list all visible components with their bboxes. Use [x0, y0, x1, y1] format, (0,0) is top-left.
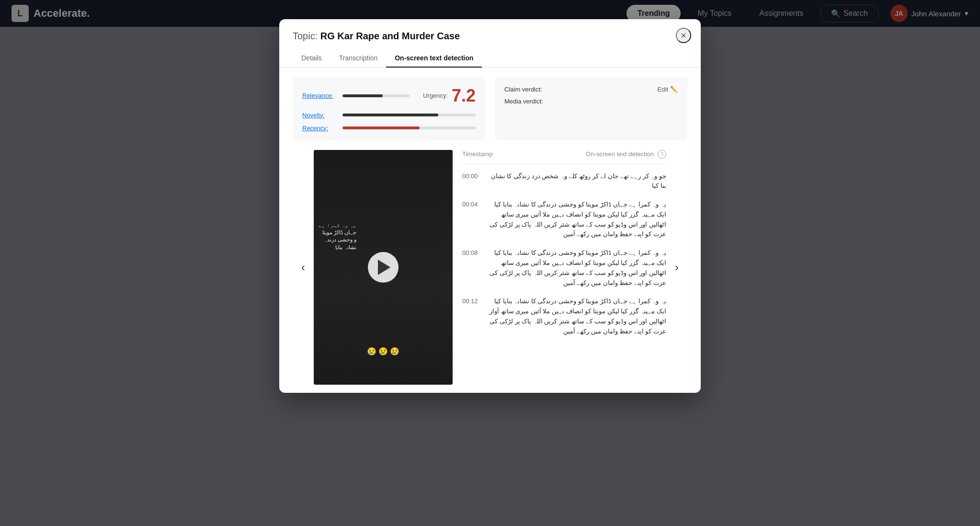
modal-header: Topic: RG Kar Rape and Murder Case ×	[279, 19, 701, 49]
topic-prefix: Topic:	[293, 31, 318, 41]
recency-row: Recency:	[302, 125, 476, 132]
novelty-bar-fill	[342, 114, 438, 116]
transcript-row: 00:12 یہ وہ کمرا ہے جہاں ڈاکڑ مویتا کو و…	[462, 297, 666, 336]
detection-col-header: On-screen text detection	[586, 150, 654, 158]
next-arrow-button[interactable]: ›	[666, 150, 687, 385]
chevron-left-icon: ‹	[301, 261, 305, 274]
timestamp-col-header: Timestamp	[462, 150, 493, 158]
video-player[interactable]: یہ وہ کمرا ہے جہاں ڈاکڑ مویتا و وحشی درن…	[314, 150, 453, 385]
edit-button[interactable]: Edit ✏️	[658, 86, 678, 93]
transcript-row: 00:00 جو وہ کر رہے تھے جان لے کر روٹھ کل…	[462, 172, 666, 192]
chevron-right-icon: ›	[675, 261, 679, 274]
transcript-text-0: جو وہ کر رہے تھے جان لے کر روٹھ کلے وہ ش…	[489, 172, 666, 192]
relevance-label[interactable]: Relevance:	[302, 92, 337, 99]
pencil-icon: ✏️	[670, 86, 678, 93]
claim-verdict-label: Claim verdict:	[504, 86, 557, 93]
metrics-verdicts: Claim verdict: Edit ✏️ Media verdict:	[495, 77, 687, 140]
video-emoji-row: 😢 😢 😢	[314, 347, 453, 356]
tab-details[interactable]: Details	[293, 49, 330, 68]
relevance-bar-fill	[342, 94, 383, 97]
media-verdict-label: Media verdict:	[504, 98, 557, 105]
tab-on-screen-text[interactable]: On-screen text detection	[386, 49, 482, 68]
recency-label[interactable]: Recency:	[302, 125, 337, 132]
content-area: ‹ یہ وہ کمرا ہے جہاں ڈاکڑ مویتا و وحشی د…	[293, 150, 687, 385]
relevance-row: Relevance: Urgency: 7.2	[302, 86, 476, 106]
novelty-row: Novelty:	[302, 112, 476, 119]
play-icon	[378, 260, 390, 275]
help-icon[interactable]: ?	[658, 150, 666, 159]
prev-arrow-button[interactable]: ‹	[293, 150, 314, 385]
claim-verdict-row: Claim verdict: Edit ✏️	[504, 86, 678, 93]
video-inner: یہ وہ کمرا ہے جہاں ڈاکڑ مویتا و وحشی درن…	[314, 150, 453, 385]
timestamp-1: 00:04	[462, 200, 481, 240]
modal-body: Relevance: Urgency: 7.2 Novelty:	[279, 68, 701, 393]
modal-tabs: Details Transcription On-screen text det…	[279, 49, 701, 68]
recency-bar-bg	[342, 126, 476, 129]
topic-title: RG Kar Rape and Murder Case	[320, 31, 460, 41]
tab-transcription[interactable]: Transcription	[330, 49, 386, 68]
transcript-header: Timestamp On-screen text detection ?	[462, 150, 666, 164]
urgency-area: Urgency: 7.2	[423, 86, 476, 106]
topic-modal: Topic: RG Kar Rape and Murder Case × Det…	[279, 19, 701, 393]
transcript-area[interactable]: Timestamp On-screen text detection ? 00:…	[453, 150, 666, 385]
media-verdict-row: Media verdict:	[504, 98, 678, 105]
transcript-row: 00:08 یہ وہ کمرا ہے جہاں ڈاکڑ مویتا کو و…	[462, 248, 666, 288]
transcript-row: 00:04 یہ وہ کمرا ہے جہاں ڈاکڑ مویتا کو و…	[462, 200, 666, 240]
transcript-text-2: یہ وہ کمرا ہے جہاں ڈاکڑ مویتا کو وحشی در…	[489, 248, 666, 288]
modal-close-button[interactable]: ×	[676, 28, 691, 43]
metrics-section: Relevance: Urgency: 7.2 Novelty:	[293, 77, 687, 140]
video-overlay-text: یہ وہ کمرا ہے جہاں ڈاکڑ مویتا و وحشی درن…	[319, 222, 356, 252]
metrics-scores: Relevance: Urgency: 7.2 Novelty:	[293, 77, 485, 140]
novelty-bar-bg	[342, 114, 476, 116]
relevance-bar-bg	[342, 94, 410, 97]
urgency-label: Urgency:	[423, 92, 448, 99]
modal-title: Topic: RG Kar Rape and Murder Case	[293, 31, 687, 42]
transcript-text-3: یہ وہ کمرا ہے جہاں ڈاکڑ مویتا کو وحشی در…	[489, 297, 666, 336]
timestamp-3: 00:12	[462, 297, 481, 336]
play-button[interactable]	[368, 252, 399, 283]
timestamp-0: 00:00	[462, 172, 481, 192]
modal-overlay: Topic: RG Kar Rape and Murder Case × Det…	[0, 0, 980, 526]
recency-bar-fill	[342, 126, 420, 129]
urgency-score: 7.2	[452, 86, 476, 106]
transcript-text-1: یہ وہ کمرا ہے جہاں ڈاکڑ مویتا کو وحشی در…	[489, 200, 666, 240]
novelty-label[interactable]: Novelty:	[302, 112, 337, 119]
timestamp-2: 00:08	[462, 248, 481, 288]
